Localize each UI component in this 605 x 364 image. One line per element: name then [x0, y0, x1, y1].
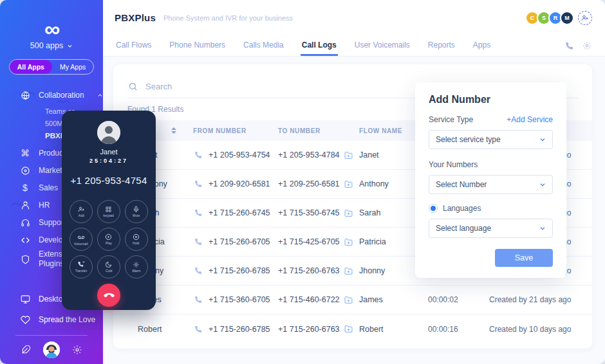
phone-icon	[193, 208, 203, 218]
caller-name: Janet	[62, 148, 156, 156]
cell-name: Robert	[138, 325, 193, 334]
cell-from-number: +1 715-260-6785	[209, 325, 270, 334]
voicemail-button[interactable]: Voicemail	[70, 228, 93, 251]
button-label: Mute	[133, 214, 140, 217]
cell-duration: 00:00:02	[428, 295, 489, 304]
cell-created: Created by 10 days ago	[489, 325, 592, 334]
cell-from-number: +1 715-360-6705	[209, 295, 270, 304]
add-user-button[interactable]	[578, 11, 592, 25]
cell-from-number: +1 715-260-6745	[209, 208, 270, 217]
folder-plus-icon[interactable]	[344, 266, 354, 276]
number-select[interactable]: Select Number	[429, 175, 553, 194]
cell-from-number: +1 715-260-6785	[209, 266, 270, 275]
transfer-button[interactable]: Transfer	[70, 255, 93, 278]
phone-icon[interactable]	[564, 41, 574, 51]
languages-label: Languages	[443, 204, 481, 213]
save-button[interactable]: Save	[495, 249, 553, 267]
language-value: Select language	[436, 224, 491, 233]
cold-button[interactable]: Cold	[97, 255, 120, 278]
add-call-button[interactable]: Add	[70, 200, 93, 223]
feather-icon[interactable]	[21, 345, 31, 355]
active-call-panel: Janet 25:04:27 +1 205-953-4754 Add keypa…	[62, 111, 156, 310]
your-numbers-label: Your Numbers	[429, 160, 478, 169]
cell-to-number: +1 715-350-6745	[278, 208, 340, 217]
tab-calls-media[interactable]: Calls Media	[242, 35, 285, 56]
folder-plus-icon[interactable]	[344, 208, 354, 218]
add-service-link[interactable]: +Add Service	[507, 115, 553, 124]
service-type-select[interactable]: Select service type	[429, 130, 553, 149]
search-icon	[127, 81, 138, 91]
service-type-value: Select service type	[436, 135, 501, 144]
page-title: PBXPlus	[115, 12, 156, 23]
sidebar-icon-row	[0, 336, 103, 364]
button-label: Cold	[106, 269, 112, 272]
warm-button[interactable]: Warm	[125, 255, 148, 278]
folder-plus-icon[interactable]	[344, 179, 354, 189]
cell-to-number: +1 205-953-4784	[278, 150, 340, 159]
button-label: Transfer	[75, 269, 88, 272]
sidebar-item-label: Spread the Love	[39, 315, 95, 324]
modal-title: Add Number	[429, 94, 553, 105]
cell-to-number: +1 715-425-6705	[278, 237, 340, 246]
chevron-down-icon	[539, 136, 546, 143]
table-row[interactable]: James +1 715-360-6705 +1 715-460-6722 Ja…	[113, 286, 592, 314]
caller-number: +1 205-953-4754	[62, 175, 156, 186]
cell-flow-name: Robert	[359, 325, 428, 334]
end-call-button[interactable]	[97, 284, 120, 307]
app-window: ∞ 500 apps All Apps My Apps Collaboratio…	[0, 0, 605, 364]
team-avatars: C S R M	[528, 11, 592, 25]
page-subtitle: Phone System and IVR for your business	[163, 14, 293, 22]
tab-phone-numbers[interactable]: Phone Numbers	[168, 35, 227, 56]
phone-icon	[193, 179, 203, 189]
call-timer: 25:04:27	[62, 158, 156, 164]
col-to-number: TO NUMBER	[278, 127, 359, 134]
phone-icon	[193, 295, 203, 305]
sort-icon[interactable]	[171, 127, 193, 134]
cell-to-number: +1 715-260-6763	[278, 325, 340, 334]
gear-icon[interactable]	[582, 41, 592, 51]
number-value: Select Number	[436, 180, 487, 189]
col-from-number: FROM NUMBER	[193, 127, 278, 134]
keypad-button[interactable]: keypad	[97, 200, 120, 223]
hold-button[interactable]: Hold	[125, 228, 148, 251]
languages-radio[interactable]	[429, 204, 438, 213]
cell-from-number: +1 715-260-6705	[209, 237, 270, 246]
mute-button[interactable]: Mute	[125, 200, 148, 223]
button-label: Add	[79, 214, 84, 217]
tabbar: Call Flows Phone Numbers Calls Media Cal…	[103, 35, 605, 57]
folder-plus-icon[interactable]	[344, 324, 354, 334]
heart-icon	[20, 314, 30, 325]
button-label: keypad	[104, 214, 114, 217]
sidebar-item-spread-the-love[interactable]: Spread the Love	[0, 312, 103, 327]
user-avatar[interactable]	[43, 341, 60, 358]
phone-icon	[193, 266, 203, 276]
cell-flow-name: James	[359, 295, 428, 304]
play-button[interactable]: Play	[97, 228, 120, 251]
cell-to-number: +1 715-260-6763	[278, 266, 340, 275]
chevron-down-icon	[539, 181, 546, 188]
cell-created: Created by 21 days ago	[489, 295, 592, 304]
tab-apps[interactable]: Apps	[472, 35, 492, 56]
folder-plus-icon[interactable]	[344, 237, 354, 247]
avatar[interactable]: M	[560, 11, 574, 25]
tab-user-voicemails[interactable]: User Voicemails	[353, 35, 411, 56]
call-controls: Add keypad Mute Voicemail Play Hold	[68, 200, 150, 278]
folder-plus-icon[interactable]	[344, 295, 354, 305]
phone-icon	[193, 237, 203, 247]
button-label: Warm	[132, 269, 140, 272]
button-label: Voicemail	[75, 242, 89, 245]
cell-to-number: +1 209-250-6581	[278, 179, 340, 188]
gear-icon[interactable]	[72, 345, 82, 355]
service-type-label: Service Type	[429, 115, 473, 124]
caller-avatar	[97, 121, 120, 144]
button-label: Play	[106, 241, 112, 244]
cell-from-number: +1 205-953-4754	[209, 150, 270, 159]
tab-reports[interactable]: Reports	[427, 35, 456, 56]
phone-icon	[193, 150, 203, 160]
button-label: Hold	[133, 241, 139, 244]
table-row[interactable]: Robert +1 715-260-6785 +1 715-260-6763 R…	[113, 314, 592, 343]
tab-call-flows[interactable]: Call Flows	[115, 35, 153, 56]
folder-plus-icon[interactable]	[344, 150, 354, 160]
tab-call-logs[interactable]: Call Logs	[301, 35, 338, 56]
language-select[interactable]: Select language	[429, 219, 553, 238]
